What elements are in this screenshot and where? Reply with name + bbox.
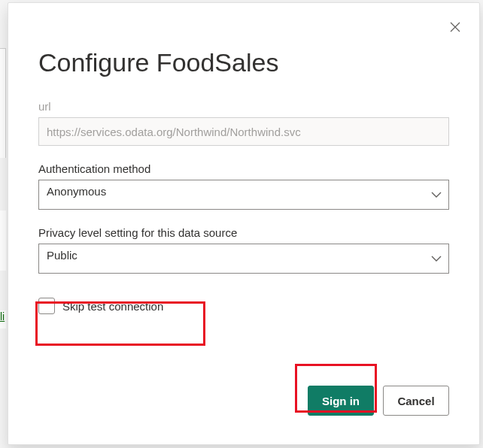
url-field-group: url — [38, 100, 449, 146]
background-link-fragment: li — [0, 310, 6, 328]
privacy-field-group: Privacy level setting for this data sour… — [38, 226, 449, 274]
url-input — [38, 117, 449, 146]
background-panel-fragment — [0, 48, 6, 158]
auth-select-wrap[interactable]: Anonymous — [38, 180, 449, 210]
privacy-select-wrap[interactable]: Public — [38, 244, 449, 274]
auth-label: Authentication method — [38, 162, 449, 175]
auth-field-group: Authentication method Anonymous — [38, 162, 449, 210]
skip-test-label: Skip test connection — [62, 300, 163, 313]
privacy-select[interactable]: Public — [38, 244, 449, 274]
close-icon — [450, 22, 460, 32]
configure-dialog: Configure FoodSales url Authentication m… — [8, 2, 480, 445]
cancel-button[interactable]: Cancel — [383, 386, 449, 416]
close-button[interactable] — [445, 17, 466, 38]
dialog-footer: Sign in Cancel — [308, 386, 449, 416]
url-label: url — [38, 100, 449, 113]
skip-test-row: Skip test connection — [38, 298, 449, 314]
sign-in-button[interactable]: Sign in — [308, 386, 374, 416]
dialog-title: Configure FoodSales — [38, 48, 449, 77]
privacy-label: Privacy level setting for this data sour… — [38, 226, 449, 239]
background-panel-fragment — [0, 210, 6, 271]
auth-select[interactable]: Anonymous — [38, 180, 449, 210]
skip-test-checkbox[interactable] — [38, 298, 55, 314]
